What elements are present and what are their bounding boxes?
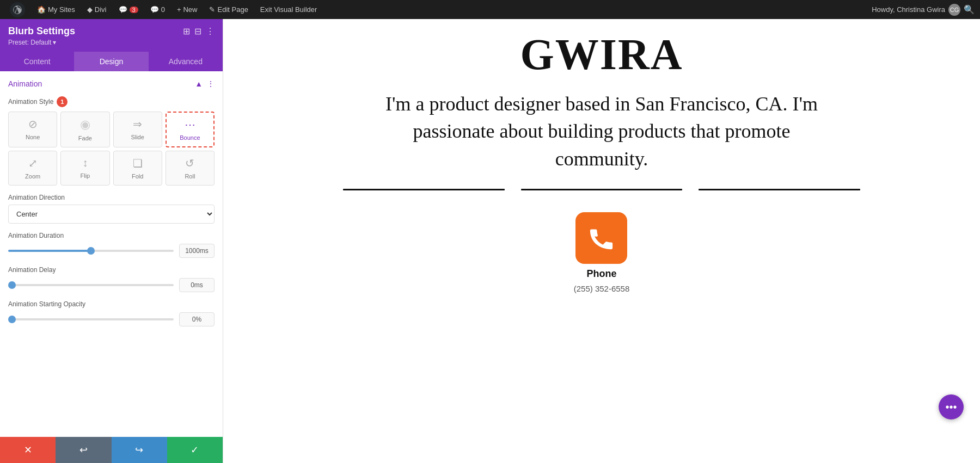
admin-bar-left: 🏠 My Sites ◆ Divi 💬 3 💬 0 + New ✎ Edit P…: [5, 0, 869, 19]
resize-icon[interactable]: ⊞: [183, 26, 190, 36]
panel-content: Animation ▲ ⋮ Animation Style 1 ⊘ None ◉…: [0, 71, 223, 437]
anim-none[interactable]: ⊘ None: [8, 112, 57, 147]
flip-label: Flip: [81, 172, 90, 179]
exit-builder-item[interactable]: Exit Visual Builder: [256, 0, 322, 19]
panel-header: Blurb Settings ⊞ ⊟ ⋮ Preset: Default ▾: [0, 19, 223, 52]
preset-label: Preset: Default: [8, 39, 51, 46]
check-icon: ✓: [191, 444, 199, 456]
undo-button[interactable]: ↩: [56, 437, 111, 463]
anim-fade[interactable]: ◉ Fade: [60, 112, 109, 147]
chevron-up-icon[interactable]: ▲: [195, 79, 203, 88]
main-layout: Blurb Settings ⊞ ⊟ ⋮ Preset: Default ▾ C…: [0, 19, 980, 463]
fade-label: Fade: [78, 135, 92, 141]
divider-3: [699, 189, 860, 190]
columns-icon[interactable]: ⊟: [194, 26, 201, 36]
anim-zoom[interactable]: ⤢ Zoom: [8, 151, 57, 186]
divi-label: Divi: [95, 5, 107, 14]
search-icon[interactable]: 🔍: [964, 4, 975, 15]
animation-badge: 1: [57, 96, 68, 107]
admin-bar: 🏠 My Sites ◆ Divi 💬 3 💬 0 + New ✎ Edit P…: [0, 0, 980, 19]
comment-icon-2: 💬: [150, 5, 159, 14]
opacity-slider[interactable]: [8, 318, 174, 320]
page-preview: GWIRA I'm a product designer based in Sa…: [223, 19, 980, 463]
duration-value: 1000ms: [179, 244, 215, 258]
divi-menu[interactable]: ◆ Divi: [83, 0, 111, 19]
opacity-slider-row: 0%: [8, 312, 215, 326]
comment-badge-2: 0: [161, 5, 165, 14]
duration-label: Animation Duration: [8, 232, 215, 239]
delay-slider[interactable]: [8, 284, 174, 286]
avatar: CG: [948, 4, 960, 16]
dots-icon: •••: [945, 401, 957, 413]
panel-tabs: Content Design Advanced: [0, 52, 223, 71]
more-icon[interactable]: ⋮: [206, 26, 215, 36]
fold-icon: ❏: [133, 157, 143, 170]
opacity-label: Animation Starting Opacity: [8, 300, 215, 308]
anim-fold[interactable]: ❏ Fold: [113, 151, 162, 186]
dividers: [343, 189, 860, 190]
site-title: GWIRA: [520, 30, 683, 79]
fade-icon: ◉: [80, 118, 90, 132]
blurb-phone-number: (255) 352-6558: [574, 284, 630, 293]
fold-label: Fold: [132, 173, 143, 180]
panel-title: Blurb Settings: [8, 26, 75, 37]
redo-button[interactable]: ↪: [112, 437, 167, 463]
cancel-button[interactable]: ✕: [0, 437, 56, 463]
divider-2: [521, 189, 683, 190]
slide-label: Slide: [131, 134, 144, 140]
chevron-down-icon: ▾: [53, 39, 56, 46]
anim-flip[interactable]: ↕ Flip: [60, 151, 109, 186]
direction-select[interactable]: Center Top Bottom Left Right: [8, 205, 215, 224]
blurb-phone-title: Phone: [586, 268, 616, 280]
tab-content[interactable]: Content: [0, 52, 74, 71]
comment-count-item[interactable]: 💬 3: [114, 0, 143, 19]
bounce-label: Bounce: [180, 134, 200, 141]
anim-roll[interactable]: ↺ Roll: [166, 151, 215, 186]
user-greeting: Howdy, Christina Gwira: [872, 5, 945, 14]
left-panel: Blurb Settings ⊞ ⊟ ⋮ Preset: Default ▾ C…: [0, 19, 223, 463]
new-item[interactable]: + New: [173, 0, 202, 19]
animation-delay-field: Animation Delay 0ms: [8, 266, 215, 292]
opacity-value: 0%: [179, 312, 215, 326]
direction-label: Animation Direction: [8, 194, 215, 201]
redo-icon: ↪: [135, 444, 143, 456]
animation-opacity-field: Animation Starting Opacity 0%: [8, 300, 215, 326]
edit-page-item[interactable]: ✎ Edit Page: [205, 0, 252, 19]
anim-bounce[interactable]: ⋯ Bounce: [166, 112, 215, 147]
wordpress-logo[interactable]: [5, 0, 29, 19]
flip-icon: ↕: [82, 157, 88, 169]
anim-slide[interactable]: ⇒ Slide: [113, 112, 162, 147]
section-more-icon[interactable]: ⋮: [207, 79, 215, 88]
my-sites-label: My Sites: [48, 5, 75, 14]
tab-design[interactable]: Design: [74, 52, 148, 71]
x-icon: ✕: [24, 444, 32, 456]
float-action-button[interactable]: •••: [939, 394, 964, 419]
animation-duration-field: Animation Duration 1000ms: [8, 232, 215, 258]
duration-slider-row: 1000ms: [8, 244, 215, 258]
duration-slider[interactable]: [8, 250, 174, 252]
panel-preset[interactable]: Preset: Default ▾: [8, 39, 215, 46]
wp-icon: [13, 5, 22, 15]
tab-advanced[interactable]: Advanced: [149, 52, 223, 71]
panel-header-top: Blurb Settings ⊞ ⊟ ⋮: [8, 26, 215, 37]
delay-label: Animation Delay: [8, 266, 215, 274]
comment-item-2[interactable]: 💬 0: [146, 0, 169, 19]
slide-icon: ⇒: [133, 118, 142, 131]
save-button[interactable]: ✓: [167, 437, 223, 463]
zoom-icon: ⤢: [28, 157, 38, 170]
user-info: Howdy, Christina Gwira CG 🔍: [872, 4, 975, 16]
edit-page-label: Edit Page: [217, 5, 248, 14]
bounce-icon: ⋯: [185, 118, 195, 131]
pencil-icon: ✎: [209, 5, 215, 14]
blurb-phone-section: Phone (255) 352-6558: [574, 212, 630, 293]
new-label: New: [183, 5, 197, 14]
divider-1: [343, 189, 505, 190]
animation-style-label: Animation Style: [8, 98, 53, 106]
panel-bottom: ✕ ↩ ↪ ✓: [0, 437, 223, 463]
my-sites-menu[interactable]: 🏠 My Sites: [33, 0, 79, 19]
delay-value: 0ms: [179, 278, 215, 292]
delay-slider-row: 0ms: [8, 278, 215, 292]
house-icon: 🏠: [37, 5, 46, 14]
panel-header-icons: ⊞ ⊟ ⋮: [183, 26, 215, 36]
animation-style-field-label: Animation Style 1: [8, 96, 215, 107]
